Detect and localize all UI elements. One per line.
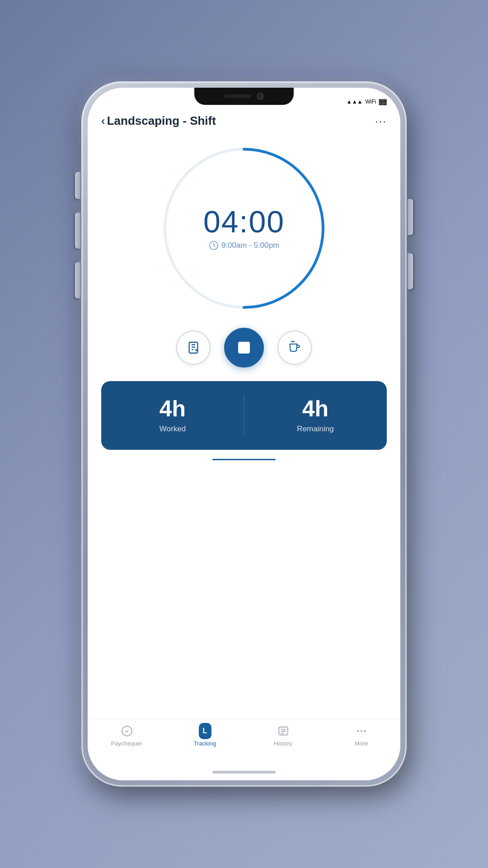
history-icon — [277, 725, 290, 737]
timer-time: 04:00 — [203, 206, 285, 237]
worked-label: Worked — [160, 425, 186, 434]
dots-icon — [356, 725, 367, 737]
bottom-nav: Paychequer L Tracking — [88, 719, 400, 764]
back-button[interactable]: ‹ Landscaping - Shift — [101, 114, 216, 128]
svg-point-12 — [357, 730, 359, 732]
timer-display: 04:00 9:00am - 5:00pm — [158, 142, 330, 314]
timer-schedule: 9:00am - 5:00pm — [209, 241, 280, 250]
paychequer-label: Paychequer — [111, 740, 142, 747]
history-label: History — [274, 740, 292, 747]
status-icons: ▲▲▲ WiFi ▓▓ — [347, 99, 387, 105]
timer-circle: 04:00 9:00am - 5:00pm — [158, 142, 330, 314]
remaining-label: Remaining — [297, 425, 333, 434]
coffee-icon — [287, 340, 302, 355]
stop-icon — [238, 342, 250, 354]
app-header: ‹ Landscaping - Shift ··· — [88, 110, 400, 133]
svg-point-13 — [360, 730, 362, 732]
remaining-value: 4h — [302, 397, 328, 420]
worked-value: 4h — [160, 397, 186, 420]
more-icon — [355, 725, 368, 737]
tracking-icon: L — [199, 725, 211, 737]
stats-card: 4h Worked 4h Remaining — [101, 381, 387, 450]
note-button[interactable] — [176, 330, 211, 365]
notch — [194, 88, 294, 105]
tracking-label: Tracking — [194, 740, 216, 747]
nav-item-paychequer[interactable]: Paychequer — [88, 725, 166, 747]
signal-icon: ▲▲▲ — [347, 99, 363, 105]
nav-item-tracking[interactable]: L Tracking — [166, 725, 244, 747]
speaker — [224, 94, 251, 98]
page-title: Landscaping - Shift — [107, 114, 216, 128]
svg-rect-3 — [189, 342, 198, 353]
paychequer-icon — [121, 725, 133, 737]
stats-remaining: 4h Remaining — [244, 381, 387, 450]
phone-screen: ▲▲▲ WiFi ▓▓ ‹ Landscaping - Shift ··· — [88, 88, 400, 780]
stats-worked: 4h Worked — [101, 381, 244, 450]
volume-up-button — [75, 172, 80, 199]
silent-switch — [75, 262, 80, 298]
back-chevron-icon: ‹ — [101, 114, 105, 128]
volume-down-button — [75, 212, 80, 249]
action-buttons — [176, 328, 312, 368]
schedule-text: 9:00am - 5:00pm — [221, 241, 280, 250]
more-label: More — [355, 740, 368, 747]
clock-icon — [209, 241, 219, 250]
wifi-icon: WiFi — [366, 99, 376, 105]
break-button[interactable] — [277, 330, 312, 365]
home-indicator — [88, 764, 400, 780]
nav-item-history[interactable]: History — [244, 725, 322, 747]
home-bar — [212, 771, 276, 774]
note-icon — [186, 340, 201, 355]
stop-button[interactable] — [224, 328, 264, 368]
main-content: 04:00 9:00am - 5:00pm — [88, 133, 400, 719]
battery-icon: ▓▓ — [379, 99, 387, 105]
more-options-button[interactable]: ··· — [375, 115, 387, 127]
accent-line — [212, 459, 276, 460]
tracking-badge: L — [199, 723, 211, 739]
svg-point-14 — [364, 730, 366, 732]
nav-item-more[interactable]: More — [322, 725, 400, 747]
phone-frame: ▲▲▲ WiFi ▓▓ ‹ Landscaping - Shift ··· — [81, 81, 407, 787]
camera — [257, 93, 264, 100]
